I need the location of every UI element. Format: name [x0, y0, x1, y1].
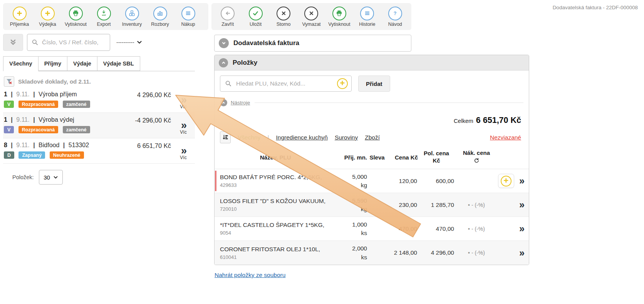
add-item-button[interactable]: Přidat	[358, 76, 390, 92]
chevron-up-circle-icon[interactable]	[219, 58, 228, 67]
sort-button[interactable]	[220, 131, 231, 143]
item-plu: 429633	[220, 182, 334, 188]
item-detail-button[interactable]: »	[516, 224, 523, 233]
save-button[interactable]: Uložit	[242, 7, 269, 27]
add-purchase-price-button[interactable]: +	[498, 174, 514, 188]
doc-more-button[interactable]: » Víc	[173, 91, 193, 109]
document-row[interactable]: 1 | 9.11. | Výroba výdej V Rozpracovaná …	[3, 113, 195, 138]
items-section-header[interactable]: Položky	[215, 55, 529, 71]
nakup-button[interactable]: Nákup	[174, 7, 202, 27]
item-plu: 9054	[220, 230, 334, 236]
item-row[interactable]: CORONET FRITOSTAR OLEJ 1*10L,610041 2,00…	[215, 241, 529, 265]
close-button[interactable]: Zavřít	[214, 7, 242, 27]
divider	[255, 102, 523, 103]
document-filter-dropdown[interactable]: ----------	[116, 39, 142, 45]
item-unit: kg	[334, 206, 367, 213]
chevron-down-icon	[54, 176, 58, 179]
inventury-label: Inventury	[122, 22, 142, 27]
x-icon	[277, 7, 290, 20]
col-name-header[interactable]: Název, PLU	[220, 154, 334, 161]
item-row[interactable]: *IT*DEL CASTELLO ŠPAGETY 1*5KG,9054 1,00…	[215, 217, 529, 241]
inventury-button[interactable]: Inventury	[118, 7, 146, 27]
menu-lines-icon	[181, 7, 195, 20]
item-plu: 610041	[220, 254, 334, 260]
export-button[interactable]: xml Export	[90, 7, 118, 27]
help-button[interactable]: ? Návod	[381, 7, 409, 27]
chevron-down-circle-icon[interactable]	[219, 38, 229, 48]
items-section-title: Položky	[233, 59, 257, 67]
document-filter-value: ----------	[116, 39, 134, 45]
check-icon	[249, 7, 263, 20]
item-name: BOND BATÁT PYRÉ PORC. 4*2,5KG,	[220, 174, 334, 181]
doc-more-button[interactable]: » Víc	[173, 142, 193, 160]
type-badge: V	[4, 126, 14, 133]
delete-button[interactable]: Vymazat	[297, 7, 325, 27]
item-unit-price: 230,00	[387, 202, 418, 208]
item-detail-button[interactable]: »	[516, 248, 523, 258]
printer-icon	[69, 7, 83, 20]
item-unit: ks	[334, 254, 367, 261]
doc-date: 9.11.	[16, 91, 29, 97]
cubes-icon	[125, 7, 139, 20]
document-row[interactable]: 1 | 9.11. | Výroba příjem V Rozpracovaná…	[3, 87, 195, 113]
category-zbozi[interactable]: Zboží	[365, 134, 380, 141]
help-label: Návod	[388, 22, 402, 27]
tab-vydaje[interactable]: Výdaje	[67, 56, 97, 71]
export-xml-icon: xml	[97, 7, 111, 20]
menu-lines-icon	[360, 7, 374, 20]
item-unit: ks	[334, 230, 367, 237]
col-purchase-price-header[interactable]: Nák. cena	[455, 149, 498, 165]
category-ingredience[interactable]: Ingredience kuchyň	[276, 134, 327, 141]
col-price-header[interactable]: Cena Kč	[387, 154, 418, 161]
status-badge: Rozpracovaná	[18, 126, 58, 133]
clear-filter-button[interactable]	[4, 76, 14, 87]
document-search-input[interactable]	[42, 39, 101, 46]
col-line-price-header[interactable]: Pol. cena Kč	[418, 150, 455, 165]
lock-badge: zamčené	[63, 126, 90, 133]
category-nezviazane[interactable]: Nezviazané	[490, 134, 521, 141]
storno-button[interactable]: Storno	[270, 7, 297, 27]
col-discount-header[interactable]: Sleva	[367, 154, 387, 161]
invoice-header-section[interactable]: Dodavatelská faktura	[214, 35, 411, 52]
category-all[interactable]: Všechny	[238, 134, 260, 141]
page-size-select[interactable]: 30	[39, 170, 63, 185]
refresh-icon[interactable]	[473, 157, 480, 163]
item-search-input[interactable]	[236, 80, 333, 87]
item-row[interactable]: BOND BATÁT PYRÉ PORC. 4*2,5KG,429633 5,0…	[215, 169, 529, 193]
item-detail-button[interactable]: »	[516, 176, 523, 186]
category-suroviny[interactable]: Suroviny	[335, 134, 358, 141]
tab-prijmy[interactable]: Příjmy	[39, 56, 67, 71]
storno-label: Storno	[277, 22, 291, 27]
item-detail-button[interactable]: »	[516, 200, 523, 210]
upload-items-link[interactable]: Nahrát položky ze souboru	[215, 272, 285, 279]
vydejka-button[interactable]: Výdejka	[34, 7, 62, 27]
doc-date: 9.11.	[16, 116, 29, 123]
chevron-up-circle-icon[interactable]	[220, 99, 227, 106]
item-unit-price: 120,00	[387, 178, 418, 185]
item-row[interactable]: LOSOS FILET "D" S KOŽOU VAKUUM,720010 5,…	[215, 193, 529, 217]
doc-amount: -4 296,00 Kč	[129, 116, 171, 124]
funnel-remove-icon	[5, 78, 13, 85]
item-unit: kg	[334, 182, 367, 189]
tools-link[interactable]: Nástroje	[231, 100, 250, 106]
print-button[interactable]: Vytisknout	[62, 7, 90, 27]
items-table-header: Název, PLU Přij. mn. Sleva Cena Kč Pol. …	[215, 146, 529, 169]
col-qty-header[interactable]: Přij. mn.	[334, 154, 367, 161]
document-list-panel: ---------- Všechny Příjmy Výdaje Výdaje …	[3, 34, 195, 185]
rozbory-button[interactable]: Rozbory	[146, 7, 174, 27]
print-label: Vytisknout	[65, 22, 87, 27]
history-button[interactable]: Historie	[353, 7, 381, 27]
prijemka-button[interactable]: Příjemka	[5, 7, 34, 27]
page-size-label: Položek:	[12, 174, 34, 180]
document-row[interactable]: 8 | 9.11. | Bidfood | 513302 D Zapsaný N…	[3, 138, 195, 164]
print-record-button[interactable]: Vytisknout	[325, 7, 353, 27]
doc-more-button[interactable]: » Víc	[173, 116, 193, 135]
total-label: Celkem	[454, 118, 473, 124]
expand-search-button[interactable]	[3, 34, 23, 51]
tab-vsechny[interactable]: Všechny	[3, 56, 39, 71]
doc-number: 8	[4, 142, 7, 148]
print-record-label: Vytisknout	[328, 22, 350, 27]
tab-vydaje-sbl[interactable]: Výdaje SBL	[97, 56, 140, 71]
quick-add-icon[interactable]: +	[337, 78, 348, 89]
item-qty: 5,000	[334, 173, 367, 180]
